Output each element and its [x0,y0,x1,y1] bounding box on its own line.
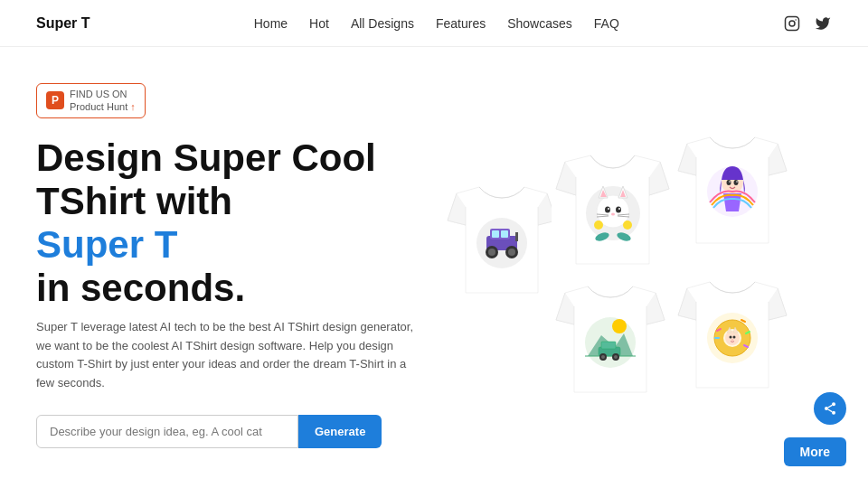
svg-point-1 [789,21,795,26]
svg-line-64 [828,405,833,408]
hero-content: P FIND US ON Product Hunt ↑ Design Super… [36,83,416,448]
design-input-bar: Generate [36,415,416,448]
site-logo[interactable]: Super T [36,15,90,32]
nav-home[interactable]: Home [254,16,288,31]
heading-brand: Super T [36,223,177,266]
svg-point-34 [727,180,731,185]
svg-rect-6 [492,230,499,238]
heading-line3: in seconds. [36,267,245,309]
svg-line-63 [828,409,833,412]
svg-rect-12 [515,232,518,241]
generate-button[interactable]: Generate [298,415,382,448]
tshirt-2 [552,139,674,275]
tshirt-1 [443,171,561,302]
svg-point-37 [736,181,738,183]
design-idea-input[interactable] [36,415,298,448]
svg-point-53 [733,335,736,338]
nav-all-designs[interactable]: All Designs [351,16,414,31]
ph-icon: P [46,91,64,109]
tshirts-display [443,121,832,410]
svg-rect-0 [785,16,798,30]
nav-showcases[interactable]: Showcases [507,16,572,31]
ph-arrow: ↑ [130,101,136,112]
ph-label: Product Hunt ↑ [70,100,136,113]
svg-point-19 [605,206,610,212]
ph-prefix: FIND US ON [70,88,136,100]
svg-point-2 [795,19,797,21]
nav-links: Home Hot All Designs Features Showcases … [254,16,619,31]
hero-section: P FIND US ON Product Hunt ↑ Design Super… [0,47,868,466]
svg-point-45 [614,355,618,359]
nav-social-icons [783,14,832,33]
instagram-icon[interactable] [783,14,801,33]
tshirt-3 [674,121,791,252]
heading-line1: Design Super Cool [36,136,376,179]
svg-point-28 [594,221,603,230]
twitter-icon[interactable] [814,14,832,33]
svg-point-43 [601,355,605,359]
svg-point-39 [612,319,627,333]
hero-description: Super T leverage latest AI tech to be th… [36,318,416,393]
svg-point-60 [832,402,835,406]
svg-point-54 [731,339,733,341]
product-hunt-badge[interactable]: P FIND US ON Product Hunt ↑ [36,83,146,118]
svg-point-23 [611,212,615,215]
navbar: Super T Home Hot All Designs Features Sh… [0,0,868,47]
svg-point-11 [508,249,515,256]
hot-designs-section: Hot Designs 🔥 Today's hot AI TShirt desi… [0,466,868,488]
svg-point-21 [608,208,609,210]
svg-point-52 [730,335,732,338]
svg-point-35 [734,180,739,185]
nav-faq[interactable]: FAQ [594,16,619,31]
heading-line2: TShirt with [36,180,232,222]
svg-point-62 [832,411,835,415]
svg-point-61 [825,407,828,410]
tshirt-5 [674,266,791,397]
tshirt-4 [552,270,669,401]
svg-rect-7 [501,230,508,238]
nav-hot[interactable]: Hot [309,16,329,31]
svg-point-22 [618,208,620,210]
ph-text-block: FIND US ON Product Hunt ↑ [70,88,136,114]
svg-point-9 [488,249,495,256]
svg-point-36 [729,181,731,183]
hero-heading: Design Super Cool TShirt with Super T in… [36,136,416,311]
nav-features[interactable]: Features [436,16,486,31]
share-button[interactable] [814,392,846,425]
svg-point-29 [623,221,632,230]
svg-rect-41 [601,342,616,349]
svg-point-20 [616,206,621,212]
more-button[interactable]: More [784,437,846,466]
svg-point-49 [725,331,740,345]
